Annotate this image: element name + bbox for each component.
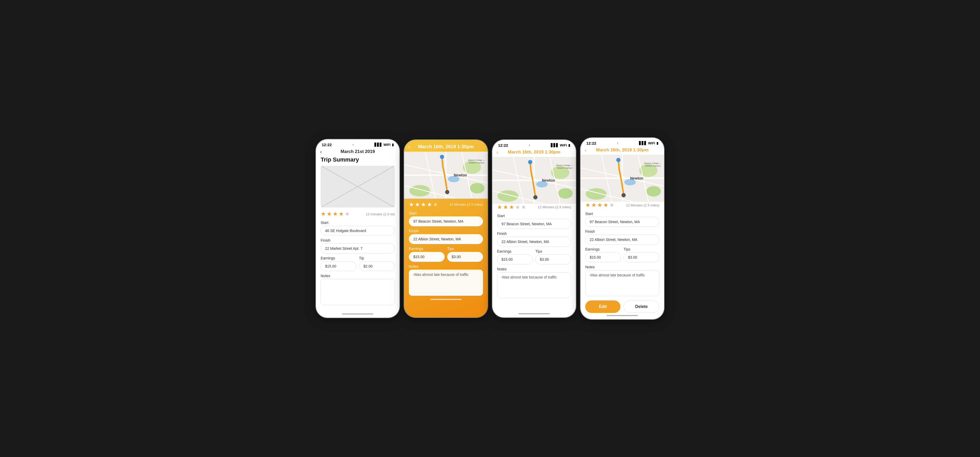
star-2-2: ★: [415, 201, 420, 208]
finish-input-1[interactable]: [321, 244, 395, 253]
nav-bar-3: ‹ March 16th, 2019 1:30pm: [492, 148, 576, 157]
map-placeholder-1: [321, 166, 395, 207]
svg-text:Newton Campus: Newton Campus: [557, 167, 573, 169]
earnings-col-2: Earnings: [409, 247, 445, 262]
status-bar-3: 12:22 ↑ ▋▋▋ WiFi ▮: [492, 140, 576, 148]
status-icons-3: ▋▋▋ WiFi ▮: [551, 143, 570, 147]
svg-text:Boston College —: Boston College —: [468, 159, 485, 161]
earnings-col-4: Earnings: [585, 247, 621, 262]
finish-label-3: Finish: [497, 231, 571, 236]
notes-textarea-3[interactable]: -Was almost late because of traffic: [497, 272, 571, 298]
notes-label-3: Notes: [497, 267, 571, 271]
tip-input-1[interactable]: [359, 261, 395, 271]
finish-label-4: Finish: [585, 229, 659, 234]
svg-point-11: [440, 155, 444, 159]
start-label-1: Start: [321, 221, 395, 225]
tips-label-2: Tips: [447, 247, 483, 251]
duration-4: 12 Minutes (2.3 miles): [626, 203, 659, 207]
back-button-3[interactable]: ‹: [496, 149, 498, 155]
tips-input-2[interactable]: [447, 252, 483, 262]
home-indicator-1: [342, 314, 373, 315]
finish-input-4[interactable]: [585, 235, 659, 245]
nav-bar-2: ‹ March 16th, 2019 1:30pm: [404, 140, 488, 152]
back-button-2[interactable]: ‹: [408, 144, 410, 150]
rating-stars-2: ★ ★ ★ ★ ★: [409, 201, 438, 208]
start-input-4[interactable]: [585, 217, 659, 227]
earnings-input-4[interactable]: [585, 252, 621, 262]
star-2-1: ★: [409, 201, 414, 208]
tips-col-4: Tips: [624, 247, 659, 262]
notes-textarea-4[interactable]: -Was almost late because of traffic: [585, 270, 659, 296]
screen2-phone: ‹ March 16th, 2019 1:30pm: [404, 140, 488, 317]
start-input-2[interactable]: [409, 217, 483, 226]
tips-col-3: Tips: [535, 249, 571, 264]
back-button-1[interactable]: ‹: [320, 149, 322, 155]
notes-label-2: Notes: [409, 264, 483, 269]
svg-text:Newton Campus: Newton Campus: [645, 165, 661, 167]
tips-label-3: Tips: [535, 249, 571, 253]
screen1-content: Trip Summary ★ ★ ★ ★ ★ 12 minutes (2.3 m…: [316, 156, 399, 311]
star-3-2: ★: [503, 204, 508, 211]
svg-point-34: [646, 186, 661, 196]
wifi-icon-4: WiFi: [648, 141, 655, 145]
nav-title-2: March 16th, 2019 1:30pm: [418, 144, 474, 150]
earnings-label-2: Earnings: [409, 247, 445, 251]
page-title-1: Trip Summary: [321, 156, 395, 163]
earnings-input-3[interactable]: [497, 255, 533, 264]
svg-point-44: [622, 193, 626, 197]
finish-input-2[interactable]: [409, 234, 483, 244]
earnings-label-3: Earnings: [497, 249, 533, 253]
notes-textarea-1[interactable]: [321, 279, 395, 305]
edit-button-4[interactable]: Edit: [585, 300, 620, 313]
tips-input-4[interactable]: [624, 252, 659, 262]
svg-text:Newton: Newton: [630, 176, 643, 180]
earnings-tips-3: Earnings Tips: [497, 249, 571, 264]
back-button-4[interactable]: ‹: [585, 147, 587, 153]
start-label-2: Start: [409, 211, 483, 215]
notes-label-4: Notes: [585, 265, 659, 269]
svg-point-2: [470, 183, 485, 193]
screens-container: 12:22 ↑ ▋▋▋ WiFi ▮ ‹ March 21st 2019 Tri…: [316, 138, 664, 319]
nav-title-3: March 16th, 2019 1:30pm: [508, 150, 560, 155]
start-label-3: Start: [497, 214, 571, 218]
svg-point-3: [409, 185, 430, 196]
stars-row-4: ★ ★ ★ ★ ★ 12 Minutes (2.3 miles): [585, 202, 659, 209]
svg-point-27: [528, 160, 532, 164]
signal-icon-3: ▋▋▋: [551, 143, 558, 147]
star-4-4: ★: [603, 202, 608, 209]
stars-row-1: ★ ★ ★ ★ ★ 12 minutes (2.3 mi): [321, 211, 395, 217]
map-view-2: Newton Boston College — Newton Campus: [404, 152, 488, 199]
earnings-input-2[interactable]: [409, 252, 445, 262]
tip-col-1: Tip: [359, 256, 395, 271]
screen1-phone: 12:22 ↑ ▋▋▋ WiFi ▮ ‹ March 21st 2019 Tri…: [316, 139, 399, 318]
start-input-3[interactable]: [497, 219, 571, 229]
nav-bar-4: ‹ March 16th, 2019 1:30pm: [581, 146, 664, 155]
nav-title-4: March 16th, 2019 1:30pm: [596, 148, 648, 153]
tips-input-3[interactable]: [535, 255, 571, 264]
finish-input-3[interactable]: [497, 237, 571, 247]
delete-button-4[interactable]: Delete: [624, 300, 659, 313]
earnings-input-1[interactable]: [321, 261, 356, 271]
status-arrow-3: ↑: [529, 143, 530, 147]
status-time-3: 12:22: [498, 143, 508, 148]
status-arrow-1: ↑: [352, 143, 354, 146]
start-input-1[interactable]: [321, 226, 395, 236]
rating-stars-3: ★ ★ ★ ★ ★: [497, 204, 526, 211]
star-4-2: ★: [591, 202, 597, 209]
earnings-label-1: Earnings: [321, 256, 356, 260]
screen4-phone: 12:22 ↑ ▋▋▋ WiFi ▮ ‹ March 16th, 2019 1:…: [581, 138, 664, 319]
earnings-col-3: Earnings: [497, 249, 533, 264]
duration-3: 12 Minutes (2.3 miles): [538, 205, 571, 209]
svg-point-19: [498, 190, 519, 202]
svg-text:Newton: Newton: [454, 173, 467, 177]
earnings-col-1: Earnings: [321, 256, 356, 271]
notes-label-1: Notes: [321, 274, 395, 278]
notes-textarea-2[interactable]: -Was almost late because of traffic: [409, 270, 483, 296]
svg-text:Newton: Newton: [542, 178, 555, 182]
svg-text:Newton Campus: Newton Campus: [469, 162, 484, 164]
screen3-phone: 12:22 ↑ ▋▋▋ WiFi ▮ ‹ March 16th, 2019 1:…: [492, 140, 576, 317]
svg-point-12: [445, 190, 449, 194]
map-view-3: Newton Boston College — Newton Campus: [492, 157, 576, 204]
star-2-3: ★: [421, 201, 426, 208]
stars-row-2: ★ ★ ★ ★ ★ 12 Minutes (2.3 miles): [409, 201, 483, 208]
